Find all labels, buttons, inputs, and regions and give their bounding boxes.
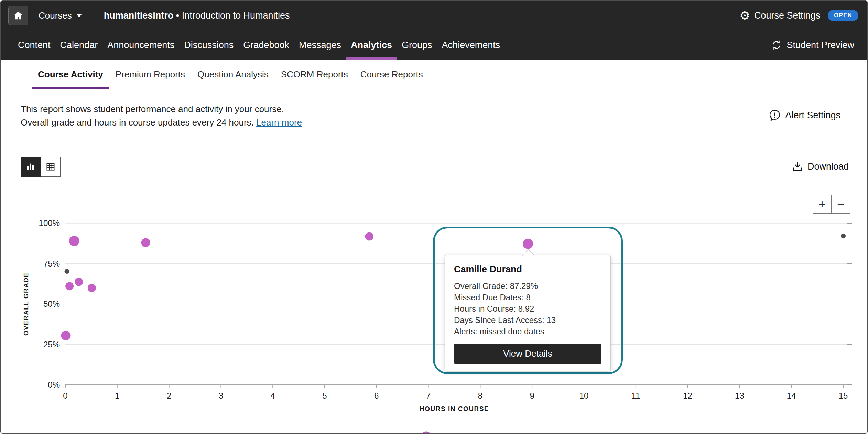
tooltip-detail-line: Days Since Last Access: 13 [454,314,601,326]
topbar: Courses humanitiesintro • Introduction t… [1,1,867,30]
student-point[interactable] [75,278,83,286]
home-button[interactable] [8,6,28,25]
nav-tab-announcements[interactable]: Announcements [102,30,179,60]
course-nav-tabs: ContentCalendarAnnouncementsDiscussionsG… [1,30,505,60]
tooltip-detail-line: Missed Due Dates: 8 [454,292,601,303]
table-grid-icon [45,162,56,172]
subnav-tab-scorm-reports[interactable]: SCORM Reports [275,60,354,89]
x-tick-label: 7 [426,391,431,400]
course-settings-button[interactable]: ⚙ Course Settings [739,10,820,21]
student-point[interactable] [365,232,373,241]
view-details-button[interactable]: View Details [454,344,601,364]
tooltip-student-name: Camille Durand [454,264,601,275]
x-tick-label: 8 [478,391,482,400]
x-tick-label: 0 [63,391,67,400]
app-window: Courses humanitiesintro • Introduction t… [0,0,868,434]
nav-tab-gradebook[interactable]: Gradebook [238,30,294,60]
chart-view-button[interactable] [21,157,41,177]
tooltip-detail-line: Alerts: missed due dates [454,326,601,337]
student-point[interactable] [421,431,432,434]
x-tick-label: 3 [219,391,223,400]
student-point[interactable] [88,284,96,292]
student-preview-label: Student Preview [786,40,854,51]
nav-tab-groups[interactable]: Groups [397,30,437,60]
student-point[interactable] [61,331,71,340]
student-preview-icon [771,40,782,50]
nav-tab-discussions[interactable]: Discussions [179,30,238,60]
open-badge[interactable]: OPEN [828,10,858,21]
course-title: humanitiesintro • Introduction to Humani… [104,10,290,21]
report-description-line1: This report shows student performance an… [21,102,302,116]
y-tick-label: 25% [43,340,60,349]
x-tick-label: 15 [839,391,848,400]
gear-icon: ⚙ [739,10,750,21]
x-tick-label: 13 [735,391,744,400]
topbar-right: ⚙ Course Settings OPEN [739,10,867,21]
x-tick-label: 4 [271,391,275,400]
nav-tab-messages[interactable]: Messages [294,30,346,60]
bar-chart-icon [25,161,36,172]
analytics-subnav: Course ActivityPremium ReportsQuestion A… [1,60,867,89]
y-tick-label: 0% [48,380,60,389]
table-view-button[interactable] [41,157,61,177]
y-tick-label: 75% [43,259,60,268]
x-tick-label: 11 [631,391,640,400]
tooltip-details: Overall Grade: 87.29%Missed Due Dates: 8… [454,280,601,337]
view-toggle [21,157,61,177]
subnav-tab-question-analysis[interactable]: Question Analysis [191,60,275,89]
x-tick-label: 14 [787,391,796,400]
student-point[interactable] [65,282,74,290]
subnav-tab-course-reports[interactable]: Course Reports [354,60,429,89]
x-tick-label: 12 [683,391,692,400]
student-point[interactable] [69,236,79,246]
student-tooltip: Camille Durand Overall Grade: 87.29%Miss… [445,255,611,371]
course-nav: ContentCalendarAnnouncementsDiscussionsG… [1,30,867,60]
y-tick-label: 50% [43,299,60,308]
x-tick-label: 6 [374,391,379,400]
chevron-down-icon [76,14,82,17]
course-settings-label: Course Settings [754,10,820,21]
alert-settings-button[interactable]: Alert Settings [769,109,840,121]
student-point-selected[interactable] [523,239,533,249]
courses-menu-button[interactable]: Courses [39,10,82,21]
course-name: Introduction to Humanities [182,10,290,21]
alert-icon [769,109,781,121]
x-tick-label: 2 [167,391,171,400]
download-button[interactable]: Download [792,161,849,172]
nav-tab-calendar[interactable]: Calendar [55,30,103,60]
download-icon [792,161,803,172]
x-tick-label: 10 [579,391,589,400]
tooltip-detail-line: Hours in Course: 8.92 [454,303,601,314]
nav-tab-content[interactable]: Content [13,30,55,60]
course-code: humanitiesintro [104,10,174,21]
inactive-point[interactable] [65,269,69,274]
student-point[interactable] [141,238,150,247]
x-tick-label: 1 [115,391,119,400]
title-separator: • [176,10,179,21]
download-label: Download [807,161,849,172]
home-icon [13,10,23,21]
activity-scatter-chart: 0%25%50%75%100%0123456789101112131415HOU… [1,207,868,434]
subnav-tab-course-activity[interactable]: Course Activity [32,60,109,89]
nav-tab-analytics[interactable]: Analytics [346,30,397,60]
report-description-line2: Overall grade and hours in course update… [21,116,302,129]
tooltip-detail-line: Overall Grade: 87.29% [454,280,601,292]
nav-tab-achievements[interactable]: Achievements [437,30,505,60]
subnav-tab-premium-reports[interactable]: Premium Reports [109,60,191,89]
y-tick-label: 100% [39,218,60,228]
x-axis-title: HOURS IN COURSE [420,405,489,412]
student-preview-button[interactable]: Student Preview [771,30,854,60]
y-axis-title: OVERALL GRADE [22,272,30,336]
x-tick-label: 9 [530,391,534,400]
alert-settings-label: Alert Settings [785,110,840,121]
inactive-point[interactable] [841,234,846,238]
report-description: This report shows student performance an… [21,102,302,129]
learn-more-link[interactable]: Learn more [256,117,302,128]
courses-label: Courses [39,10,72,21]
x-tick-label: 5 [322,391,327,400]
